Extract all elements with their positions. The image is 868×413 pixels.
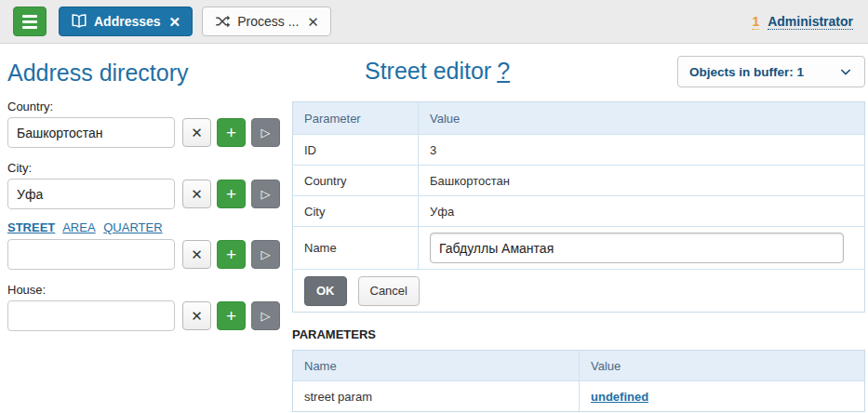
shuffle-icon (214, 13, 231, 30)
apply-street-button[interactable]: ▷ (251, 240, 280, 269)
column-header-name: Name (293, 351, 579, 380)
play-icon: ▷ (261, 126, 271, 140)
plus-icon: + (226, 306, 236, 326)
street-type-tabs: STREET AREA QUARTER (7, 220, 292, 234)
parameters-title: PARAMETERS (292, 327, 865, 341)
row-label: ID (293, 135, 418, 165)
clear-street-button[interactable]: ✕ (182, 240, 211, 269)
table-row: Country Башкортостан (293, 165, 864, 195)
chevron-down-icon (838, 64, 853, 79)
country-field: Country: ✕ + ▷ (7, 100, 292, 148)
plus-icon: + (226, 123, 236, 143)
tab-process[interactable]: Process ... ✕ (202, 7, 331, 36)
apply-city-button[interactable]: ▷ (251, 180, 280, 208)
city-field: City: ✕ + ▷ (7, 161, 292, 209)
table-row: ID 3 (293, 134, 864, 165)
editor-table: Parameter Value ID 3 Country Башкортоста… (292, 101, 865, 313)
param-name: street param (293, 381, 579, 411)
city-input[interactable] (7, 179, 175, 209)
tab-quarter[interactable]: QUARTER (103, 220, 162, 234)
table-row-name: Name (293, 226, 864, 269)
objects-in-buffer-dropdown[interactable]: Objects in buffer: 1 (677, 56, 865, 87)
street-input[interactable] (7, 239, 175, 270)
editor-title-text: Street editor (365, 58, 491, 84)
apply-house-button[interactable]: ▷ (251, 301, 280, 330)
add-street-button[interactable]: + (217, 240, 246, 269)
main-menu-button[interactable] (13, 7, 47, 36)
tab-street[interactable]: STREET (7, 220, 55, 234)
clear-icon: ✕ (191, 246, 203, 263)
book-icon (71, 13, 87, 30)
apply-country-button[interactable]: ▷ (251, 118, 280, 147)
play-icon: ▷ (261, 247, 271, 261)
page-title: Address directory (7, 59, 292, 87)
tab-label: Addresses (94, 14, 161, 29)
table-header-row: Parameter Value (293, 102, 864, 134)
tab-area[interactable]: AREA (62, 220, 95, 234)
editor-footer: OK Cancel (293, 269, 864, 312)
column-header-parameter: Parameter (293, 102, 418, 134)
clear-house-button[interactable]: ✕ (182, 301, 211, 330)
param-value-link[interactable]: undefined (591, 390, 648, 404)
clear-icon: ✕ (191, 308, 203, 325)
play-icon: ▷ (261, 187, 271, 201)
tab-label: Process ... (237, 14, 299, 29)
name-input[interactable] (430, 233, 844, 263)
app-window: Addresses ✕ Process ... ✕ 1 Administrato… (0, 0, 868, 413)
row-label: Name (293, 227, 418, 269)
cancel-button[interactable]: Cancel (358, 276, 420, 306)
clear-city-button[interactable]: ✕ (182, 180, 211, 208)
ok-button[interactable]: OK (304, 276, 347, 306)
street-field: STREET AREA QUARTER ✕ + ▷ (7, 220, 292, 270)
parameters-table: Name Value street param undefined (292, 350, 865, 412)
editor-title: Street editor? (292, 56, 510, 86)
help-link[interactable]: ? (497, 58, 510, 84)
close-icon[interactable]: ✕ (169, 15, 181, 29)
buffer-dropdown-label: Objects in buffer: 1 (689, 65, 804, 79)
top-bar: Addresses ✕ Process ... ✕ 1 Administrato… (0, 0, 868, 44)
row-value: 3 (418, 135, 864, 165)
row-value: Башкортостан (418, 166, 864, 195)
house-label: House: (7, 283, 292, 297)
table-row: street param undefined (293, 380, 864, 411)
country-input[interactable] (7, 117, 175, 148)
column-header-value: Value (418, 102, 864, 134)
column-header-value: Value (579, 351, 864, 380)
address-directory-panel: Address directory Country: ✕ + ▷ City: ✕… (0, 44, 292, 331)
plus-icon: + (226, 184, 236, 205)
street-editor-panel: Street editor? Objects in buffer: 1 Para… (292, 44, 865, 412)
play-icon: ▷ (261, 309, 271, 323)
table-header-row: Name Value (293, 351, 864, 380)
clear-icon: ✕ (191, 186, 203, 203)
clear-icon: ✕ (191, 125, 203, 141)
notification-count-link[interactable]: 1 (752, 14, 759, 30)
city-label: City: (7, 161, 292, 175)
clear-country-button[interactable]: ✕ (182, 118, 211, 147)
user-menu-link[interactable]: Administrator (768, 14, 853, 30)
row-value: Уфа (418, 196, 864, 226)
row-label: City (293, 196, 418, 226)
add-house-button[interactable]: + (217, 301, 246, 330)
table-row: City Уфа (293, 195, 864, 226)
house-field: House: ✕ + ▷ (7, 283, 292, 331)
row-label: Country (293, 166, 418, 195)
country-label: Country: (7, 100, 292, 113)
close-icon[interactable]: ✕ (307, 15, 319, 29)
plus-icon: + (226, 245, 236, 265)
tab-addresses[interactable]: Addresses ✕ (59, 7, 193, 36)
house-input[interactable] (7, 300, 175, 331)
main-content: Address directory Country: ✕ + ▷ City: ✕… (0, 44, 868, 412)
add-city-button[interactable]: + (217, 180, 246, 208)
add-country-button[interactable]: + (217, 118, 246, 147)
